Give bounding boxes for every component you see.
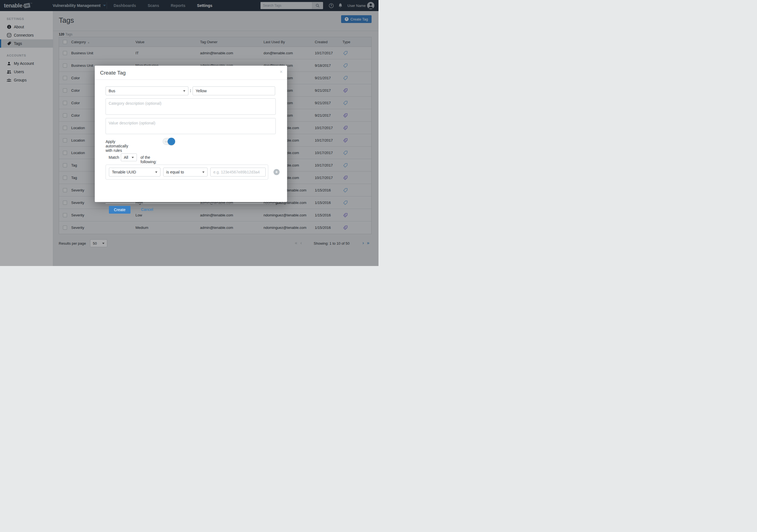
chevron-down-icon bbox=[155, 171, 157, 173]
match-label: Match bbox=[108, 155, 119, 160]
value-description-textarea[interactable] bbox=[106, 118, 276, 134]
modal-cancel-button[interactable]: Cancel bbox=[141, 207, 153, 212]
rule-field-value: Tenable UUID bbox=[112, 170, 136, 174]
value-input[interactable] bbox=[193, 86, 275, 95]
modal-create-button[interactable]: Create bbox=[109, 206, 131, 214]
category-select[interactable]: Bus bbox=[106, 86, 188, 95]
add-rule-button[interactable]: + bbox=[273, 169, 280, 175]
app-root: tenable io ™ Vulnerability Management Da… bbox=[0, 0, 378, 266]
rule-value-input[interactable] bbox=[210, 168, 266, 176]
chevron-down-icon bbox=[202, 171, 204, 173]
close-icon[interactable]: × bbox=[280, 69, 283, 75]
modal-title: Create Tag bbox=[100, 70, 126, 76]
rules-toggle[interactable]: ON bbox=[163, 138, 175, 145]
rule-operator-select[interactable]: is equal to bbox=[163, 168, 207, 176]
category-select-value: Bus bbox=[108, 89, 115, 93]
match-suffix-label: of the following: bbox=[140, 155, 157, 164]
create-tag-modal: Create Tag × Bus : Apply automatically w… bbox=[95, 66, 287, 202]
category-description-textarea[interactable] bbox=[106, 98, 276, 115]
rules-toggle-label: Apply automatically with rules bbox=[106, 139, 128, 153]
modal-header-divider bbox=[95, 79, 287, 80]
rule-operator-value: is equal to bbox=[166, 170, 184, 174]
match-select[interactable]: All bbox=[121, 154, 137, 161]
colon-separator: : bbox=[190, 88, 191, 93]
chevron-down-icon bbox=[132, 157, 134, 158]
toggle-knob bbox=[167, 138, 175, 145]
match-select-value: All bbox=[124, 155, 128, 160]
modal-footer-divider bbox=[106, 203, 276, 204]
chevron-down-icon bbox=[183, 90, 185, 92]
rule-row: Tenable UUID is equal to bbox=[106, 164, 268, 180]
rule-field-select[interactable]: Tenable UUID bbox=[109, 168, 161, 176]
